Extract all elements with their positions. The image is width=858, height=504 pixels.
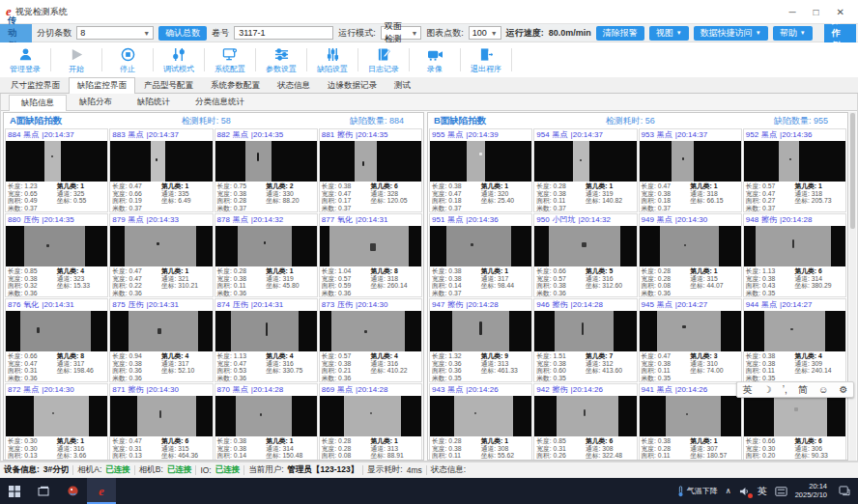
help-menu-button[interactable]: 帮助▼ <box>773 26 813 41</box>
defect-image[interactable] <box>430 396 531 437</box>
subtab-defect-statistics[interactable]: 缺陷统计 <box>125 94 183 110</box>
defect-image[interactable] <box>320 141 421 182</box>
defect-image[interactable] <box>430 141 531 182</box>
defect-image[interactable] <box>110 226 212 267</box>
ime-settings-gear-icon[interactable]: ⚙ <box>839 384 847 395</box>
defect-cell[interactable]: 876 氧化 |20:14:31 长度: 0.66 宽度: 0.47 面积: 0… <box>5 298 108 382</box>
chart-points-select[interactable]: 100▼ <box>469 26 501 40</box>
scrollbar-thumb[interactable] <box>850 113 855 229</box>
defect-image[interactable] <box>430 311 531 352</box>
tray-chevron-up-icon[interactable]: ∧ <box>726 487 731 495</box>
defect-image[interactable] <box>6 396 107 437</box>
defect-image[interactable] <box>6 226 107 267</box>
defect-cell[interactable]: 873 压伤 |20:14:30 长度: 0.57 宽度: 0.38 面积: 0… <box>319 298 422 382</box>
defect-cell[interactable]: 941 黑点 |20:14:26 长度: 0.38 宽度: 0.28 面积: 0… <box>639 383 742 460</box>
defect-image[interactable] <box>640 226 741 267</box>
defect-cell[interactable]: 879 黑点 |20:14:33 长度: 0.47 宽度: 0.47 面积: 0… <box>109 213 213 297</box>
defect-settings-button[interactable]: 缺陷设置 <box>307 43 358 76</box>
defect-image[interactable] <box>534 396 636 437</box>
defect-cell[interactable]: 947 擦伤 |20:14:28 长度: 1.32 宽度: 0.36 面积: 0… <box>429 298 532 382</box>
maximize-button[interactable]: □ <box>814 7 819 17</box>
defect-image[interactable] <box>215 396 317 437</box>
log-record-button[interactable]: 日志记录 <box>358 43 409 76</box>
defect-cell[interactable]: 945 黑点 |20:14:27 长度: 0.47 宽度: 0.38 面积: 0… <box>639 298 742 382</box>
defect-image[interactable] <box>744 226 845 267</box>
defect-cell[interactable]: 949 黑点 |20:14:30 长度: 0.28 宽度: 0.28 面积: 0… <box>639 213 742 297</box>
taskbar-clock[interactable]: 20:14 2025/2/10 <box>795 483 827 499</box>
defect-image[interactable] <box>534 311 636 352</box>
tab-system-param-config[interactable]: 系统参数配置 <box>202 77 269 93</box>
defect-image[interactable] <box>744 396 845 437</box>
vertical-scrollbar[interactable] <box>849 112 856 461</box>
notification-center-icon[interactable] <box>839 486 850 496</box>
defect-cell[interactable]: 951 黑点 |20:14:36 长度: 0.38 宽度: 0.38 面积: 0… <box>429 213 532 297</box>
defect-image[interactable] <box>6 141 107 182</box>
defect-image[interactable] <box>215 226 317 267</box>
ime-fullhalf-moon-icon[interactable]: ☽ <box>763 384 772 395</box>
defect-image[interactable] <box>640 311 741 352</box>
defect-cell[interactable]: 871 擦伤 |20:14:30 长度: 0.47 宽度: 0.31 面积: 0… <box>109 383 213 460</box>
tab-defect-monitor[interactable]: 缺陷监控界面 <box>69 77 135 94</box>
defect-cell[interactable]: 880 压伤 |20:14:35 长度: 0.85 宽度: 0.38 面积: 0… <box>5 213 108 297</box>
defect-cell[interactable]: 881 擦伤 |20:14:35 长度: 0.38 宽度: 0.47 面积: 0… <box>319 128 422 212</box>
defect-cell[interactable]: 870 黑点 |20:14:28 长度: 0.38 宽度: 0.38 面积: 0… <box>214 383 318 460</box>
defect-image[interactable] <box>320 396 421 437</box>
tab-size-monitor[interactable]: 尺寸监控界面 <box>2 77 69 93</box>
system-config-button[interactable]: 系统配置 <box>205 43 255 76</box>
defect-image[interactable] <box>744 311 845 352</box>
defect-image[interactable] <box>744 141 845 182</box>
video-record-button[interactable]: 录像 <box>410 43 460 76</box>
clear-alarm-button[interactable]: 清除报警 <box>596 26 644 41</box>
defect-cell[interactable]: 955 黑点 |20:14:39 长度: 0.38 宽度: 0.47 面积: 0… <box>429 128 532 212</box>
defect-cell[interactable]: 952 黑点 |20:14:36 长度: 0.57 宽度: 0.47 面积: 0… <box>743 128 846 212</box>
slit-count-select[interactable]: 8▼ <box>76 26 154 40</box>
defect-cell[interactable]: 875 压伤 |20:14:31 长度: 0.94 宽度: 0.38 面积: 0… <box>109 298 213 382</box>
tab-product-model-config[interactable]: 产品型号配置 <box>135 77 202 93</box>
defect-image[interactable] <box>640 396 741 437</box>
run-mode-select[interactable]: 双面检测▼ <box>381 26 422 40</box>
roll-number-input[interactable]: 3117-1 <box>234 26 333 40</box>
view-menu-button[interactable]: 视图▼ <box>649 26 689 41</box>
defect-image[interactable] <box>430 226 531 267</box>
task-view-icon[interactable] <box>29 478 58 504</box>
tab-edge-data-record[interactable]: 边缘数据记录 <box>319 77 386 93</box>
defect-image[interactable] <box>110 396 212 437</box>
defect-cell[interactable]: 954 黑点 |20:14:37 长度: 0.28 宽度: 0.38 面积: 0… <box>533 128 637 212</box>
defect-cell[interactable]: 877 氧化 |20:14:31 长度: 1.04 宽度: 0.57 面积: 0… <box>319 213 422 297</box>
defect-image[interactable] <box>534 226 636 267</box>
defect-cell[interactable]: 944 黑点 |20:14:27 长度: 0.38 宽度: 0.38 面积: 0… <box>743 298 846 382</box>
defect-cell[interactable]: 950 小凹坑 |20:14:32 长度: 0.66 宽度: 0.57 面积: … <box>533 213 637 297</box>
volume-icon[interactable] <box>739 487 750 496</box>
defect-cell[interactable]: 948 擦伤 |20:14:28 长度: 1.13 宽度: 0.38 面积: 0… <box>743 213 846 297</box>
weather-tray-item[interactable]: 气温下降 <box>677 486 718 497</box>
start-button[interactable]: 开始 <box>51 43 101 76</box>
defect-cell[interactable]: 942 擦伤 |20:14:26 长度: 0.85 宽度: 0.31 面积: 0… <box>533 383 637 460</box>
stop-button[interactable]: 停止 <box>102 43 153 76</box>
defect-cell[interactable]: 874 压伤 |20:14:31 长度: 1.13 宽度: 0.47 面积: 0… <box>214 298 318 382</box>
defect-image[interactable] <box>320 226 421 267</box>
defect-image[interactable] <box>215 311 317 352</box>
subtab-defect-distribution[interactable]: 缺陷分布 <box>67 94 125 110</box>
defect-cell[interactable]: 872 黑点 |20:14:30 长度: 0.30 宽度: 0.30 面积: 0… <box>5 383 108 460</box>
defect-image[interactable] <box>534 141 636 182</box>
defect-image[interactable] <box>110 141 212 182</box>
ime-punctuation-toggle[interactable]: ’, <box>783 384 787 395</box>
taskbar-app-vision-system[interactable]: e <box>87 478 116 504</box>
minimize-button[interactable]: ─ <box>788 7 795 17</box>
data-quick-access-button[interactable]: 数据快捷访问▼ <box>694 26 768 41</box>
tab-status-info[interactable]: 状态信息 <box>269 77 319 93</box>
defect-cell[interactable]: 869 黑点 |20:14:28 长度: 0.28 宽度: 0.28 面积: 0… <box>319 383 422 460</box>
admin-login-button[interactable]: 管理登录 <box>0 43 50 76</box>
defect-cell[interactable]: 878 黑点 |20:14:32 长度: 0.28 宽度: 0.38 面积: 0… <box>214 213 318 297</box>
subtab-defect-info[interactable]: 缺陷信息 <box>9 95 67 111</box>
ime-simplified-toggle[interactable]: 简 <box>798 383 808 397</box>
subtab-class-info-statistics[interactable]: 分类信息统计 <box>183 94 257 110</box>
defect-cell[interactable]: 883 黑点 |20:14:37 长度: 0.47 宽度: 0.66 面积: 0… <box>109 128 213 212</box>
defect-image[interactable] <box>110 311 212 352</box>
ime-emoji-icon[interactable]: ☺ <box>818 384 828 395</box>
defect-cell[interactable]: 946 擦伤 |20:14:28 长度: 1.51 宽度: 0.38 面积: 0… <box>533 298 637 382</box>
parameter-settings-button[interactable]: 参数设置 <box>256 43 306 76</box>
debug-mode-button[interactable]: 调试模式 <box>154 43 204 76</box>
defect-image[interactable] <box>320 311 421 352</box>
confirm-total-button[interactable]: 确认总数 <box>158 26 207 41</box>
